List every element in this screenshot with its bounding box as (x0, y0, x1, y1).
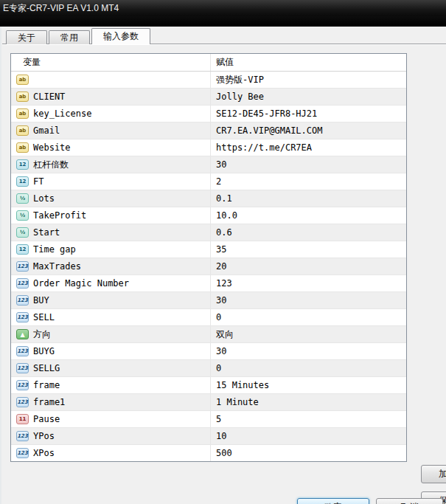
param-row[interactable]: 123MaxTrades20 (11, 258, 406, 275)
integer-type-icon: 123 (16, 380, 29, 390)
param-value[interactable]: SE12-DE45-JFR8-HJ21 (210, 106, 406, 122)
tab-about[interactable]: 关于 (6, 30, 47, 44)
param-label: Gmail (33, 122, 60, 139)
param-row[interactable]: ab强势版-VIP (11, 72, 406, 89)
param-label: Website (33, 139, 71, 156)
param-label: Pause (33, 411, 60, 427)
ok-button[interactable]: 确定 (297, 498, 369, 504)
param-value[interactable]: 0.1 (210, 190, 406, 207)
param-label: frame (33, 377, 60, 393)
param-value[interactable]: 1 Minute (210, 394, 406, 410)
param-row[interactable]: 123SELLG0 (11, 360, 406, 377)
param-row[interactable]: abCLIENTJolly Bee (11, 89, 406, 106)
param-value[interactable]: 0.6 (210, 224, 406, 241)
param-label: SELLG (33, 360, 60, 376)
param-value[interactable]: 0 (210, 309, 406, 325)
param-label-cell: abGmail (11, 122, 210, 139)
param-value[interactable]: CR7.EA.VIP@GMAIL.COM (210, 122, 406, 139)
inputs-tab-panel: 变量 赋值 ab强势版-VIPabCLIENTJolly Beeabkey_Li… (2, 44, 446, 504)
param-value[interactable]: 123 (210, 275, 406, 291)
param-value[interactable]: 20 (210, 258, 406, 275)
tab-inputs[interactable]: 输入参数 (91, 28, 150, 44)
param-row[interactable]: abWebsitehttps://t.me/CR7EA (11, 139, 406, 156)
param-row[interactable]: ½TakeProfit10.0 (11, 207, 406, 224)
param-value[interactable]: 30 (210, 156, 406, 173)
param-value[interactable]: 2 (210, 173, 406, 190)
tab-common[interactable]: 常用 (49, 30, 90, 44)
param-label: MaxTrades (33, 258, 81, 275)
param-label-cell: 12Time gap (11, 241, 210, 258)
variable-column-header: 变量 (11, 54, 210, 71)
param-label-cell: 123frame (11, 377, 210, 393)
param-value[interactable]: Jolly Bee (210, 89, 406, 105)
param-row[interactable]: 123frame15 Minutes (11, 377, 406, 394)
double-type-icon: ½ (16, 193, 29, 204)
param-label: Order Magic Number (33, 275, 129, 291)
param-value[interactable]: 双向 (210, 326, 406, 342)
param-label-cell: ab (11, 72, 210, 88)
param-row[interactable]: 12FT2 (11, 173, 406, 190)
param-label-cell: abCLIENT (11, 89, 210, 105)
ea-properties-dialog: 关于 常用 输入参数 变量 赋值 ab强势版-VIPabCLIENTJolly … (0, 27, 446, 504)
param-row[interactable]: 123XPos500 (11, 445, 406, 462)
window-title: E专家-CR7-VIP EA V1.0 MT4 (3, 3, 119, 13)
enum-type-icon: ▲ (16, 329, 29, 339)
param-label-cell: 123MaxTrades (11, 258, 210, 275)
integer-type-icon: 123 (16, 448, 29, 458)
param-row[interactable]: 12Time gap35 (11, 241, 406, 258)
param-label-cell: 123XPos (11, 445, 210, 461)
param-row[interactable]: 11Pause5 (11, 411, 406, 428)
param-label: FT (33, 173, 43, 190)
param-value[interactable]: 5 (210, 411, 406, 427)
param-value[interactable]: 强势版-VIP (210, 72, 406, 88)
param-label: Lots (33, 190, 55, 207)
param-row[interactable]: ½Start0.6 (11, 224, 406, 241)
param-row[interactable]: 123Order Magic Number123 (11, 275, 406, 292)
cancel-button[interactable]: 取消 (376, 498, 443, 504)
param-row[interactable]: ▲方向双向 (11, 326, 406, 343)
param-value[interactable]: 0 (210, 360, 406, 376)
param-row[interactable]: 123BUY30 (11, 292, 406, 309)
window-titlebar[interactable]: E专家-CR7-VIP EA V1.0 MT4 (0, 0, 446, 16)
param-value[interactable]: 15 Minutes (210, 377, 406, 393)
param-value[interactable]: 35 (210, 241, 406, 258)
param-row[interactable]: 123BUYG30 (11, 343, 406, 360)
number-type-icon: 11 (16, 414, 29, 424)
param-label-cell: 123frame1 (11, 394, 210, 410)
param-value[interactable]: 10 (210, 428, 406, 444)
param-value[interactable]: 30 (210, 343, 406, 359)
integer-type-icon: 123 (16, 312, 29, 322)
titlebar-shadow (0, 16, 446, 27)
param-row[interactable]: 123SELL0 (11, 309, 406, 326)
param-label-cell: abkey_License (11, 106, 210, 122)
string-type-icon: ab (16, 125, 29, 136)
integer-type-icon: 123 (16, 278, 29, 289)
param-label-cell: 123Order Magic Number (11, 275, 210, 291)
double-type-icon: ½ (16, 227, 29, 238)
param-row[interactable]: 123frame11 Minute (11, 394, 406, 411)
param-label: YPos (33, 428, 55, 444)
param-value[interactable]: 10.0 (210, 207, 406, 224)
integer-type-icon: 12 (16, 244, 29, 255)
param-label-cell: 123YPos (11, 428, 210, 444)
param-row[interactable]: ½Lots0.1 (11, 190, 406, 207)
param-label-cell: ▲方向 (11, 326, 210, 342)
param-row[interactable]: abkey_LicenseSE12-DE45-JFR8-HJ21 (11, 106, 406, 122)
integer-type-icon: 12 (16, 159, 29, 170)
param-value[interactable]: 30 (210, 292, 406, 308)
param-row[interactable]: 12杠杆倍数30 (11, 156, 406, 173)
param-label: SELL (33, 309, 55, 325)
param-label: Start (33, 224, 60, 241)
double-type-icon: ½ (16, 210, 29, 221)
param-label: TakeProfit (33, 207, 86, 224)
param-label-cell: ½Start (11, 224, 210, 241)
param-label-cell: 123SELL (11, 309, 210, 325)
param-row[interactable]: 123YPos10 (11, 428, 406, 445)
screen: E专家-CR7-VIP EA V1.0 MT4 关于 常用 输入参数 变量 赋值… (0, 0, 446, 504)
param-value[interactable]: https://t.me/CR7EA (210, 139, 406, 156)
param-row[interactable]: abGmailCR7.EA.VIP@GMAIL.COM (11, 122, 406, 139)
load-button[interactable]: 加载 (421, 465, 446, 483)
param-value[interactable]: 500 (210, 445, 406, 461)
string-type-icon: ab (16, 92, 29, 102)
param-label: Time gap (33, 241, 76, 258)
